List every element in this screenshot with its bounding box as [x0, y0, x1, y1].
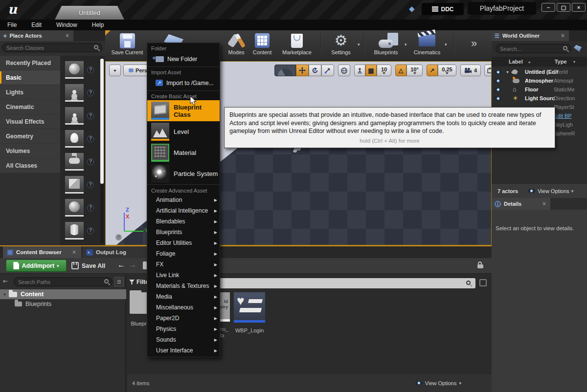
label-column-header[interactable]: Label	[509, 59, 523, 65]
content-browser-tab[interactable]: Content Browser ×	[3, 246, 81, 258]
placeable-item[interactable]: ?	[65, 219, 105, 242]
surface-snap-button[interactable]	[354, 65, 365, 76]
menu-item-blueprint-class[interactable]: Blueprint Class	[147, 100, 220, 121]
search-paths-input[interactable]	[14, 277, 113, 286]
level-tab[interactable]: Untitled	[55, 6, 124, 20]
menu-edit[interactable]: Edit	[24, 22, 49, 28]
outliner-row-lightsource[interactable]: ☀ Light Sourc Direction	[492, 94, 587, 103]
save-current-button[interactable]: Save Current	[109, 32, 145, 55]
menu-item-new-folder[interactable]: + New Folder	[147, 52, 220, 65]
type-filter-icon[interactable]: ▼	[573, 60, 576, 64]
menu-item-foliage[interactable]: Foliage▶	[147, 248, 220, 259]
camera-speed-gauge-icon[interactable]	[274, 65, 296, 76]
cb-view-options-button[interactable]: View Options ▾	[415, 380, 461, 386]
category-visual-effects[interactable]: Visual Effects	[0, 114, 60, 129]
edit-bp-link[interactable]: Edit BP	[554, 113, 572, 119]
visibility-eye-icon[interactable]	[495, 96, 502, 101]
output-log-tab[interactable]: >_ Output Log	[82, 246, 151, 258]
menu-file[interactable]: File	[0, 22, 24, 28]
close-icon[interactable]: ×	[541, 200, 547, 207]
scale-snap-value-button[interactable]: 0,25	[438, 65, 456, 76]
ddc-button[interactable]: DDC	[422, 3, 464, 15]
scale-snap-button[interactable]: ↗	[427, 65, 438, 76]
scrollbar-thumb[interactable]	[100, 59, 104, 184]
add-import-button[interactable]: Add/Import ▾	[6, 260, 67, 272]
rotate-tool-button[interactable]	[309, 65, 321, 76]
menu-item-blueprints[interactable]: Blueprints▶	[147, 227, 220, 238]
tree-item-content[interactable]: ▼ Content	[0, 289, 126, 299]
menu-item-miscellaneous[interactable]: Miscellaneous▶	[147, 302, 220, 313]
viewport-options-button[interactable]	[109, 65, 121, 76]
toolbar-overflow-icon[interactable]: »	[471, 37, 477, 50]
move-tool-button[interactable]	[296, 65, 309, 76]
dropdown-icon[interactable]: ▾	[445, 42, 447, 47]
category-all-classes[interactable]: All Classes	[0, 158, 60, 173]
asset-wbp-login[interactable]: ♥ WBP_Login	[234, 292, 265, 337]
save-search-icon[interactable]	[479, 279, 487, 286]
menu-item-blendables[interactable]: Blendables▶	[147, 216, 220, 227]
world-local-toggle-button[interactable]	[338, 65, 350, 76]
menu-item-level[interactable]: Level	[147, 121, 220, 142]
rotation-snap-value-button[interactable]: 10°	[406, 65, 423, 76]
close-icon[interactable]: ×	[71, 249, 77, 256]
help-badge-icon[interactable]: ?	[87, 112, 94, 119]
menu-item-fx[interactable]: FX▶	[147, 259, 220, 270]
help-badge-icon[interactable]: ?	[87, 158, 94, 165]
menu-item-animation[interactable]: Animation▶	[147, 195, 220, 205]
outliner-row-floor[interactable]: ⌂ Floor StaticMe	[492, 85, 587, 94]
lock-icon[interactable]	[477, 261, 483, 268]
save-all-button[interactable]: Save All	[71, 260, 105, 272]
grid-snap-button[interactable]: ▦	[365, 65, 377, 76]
menu-item-media[interactable]: Media▶	[147, 291, 220, 302]
tree-item-blueprints[interactable]: Blueprints	[0, 299, 126, 308]
maximize-viewport-button[interactable]	[484, 65, 492, 76]
marketplace-button[interactable]: Marketplace	[277, 32, 316, 55]
placeable-item[interactable]: ?	[65, 104, 105, 127]
help-badge-icon[interactable]: ?	[87, 181, 94, 188]
close-button[interactable]: ×	[572, 3, 586, 12]
search-classes-input[interactable]	[2, 43, 102, 52]
menu-item-live-link[interactable]: Live Link▶	[147, 270, 220, 281]
world-outliner-tab[interactable]: ☰ World Outliner ×	[492, 30, 569, 41]
outliner-filter-icon[interactable]	[574, 45, 582, 52]
category-geometry[interactable]: Geometry	[0, 129, 60, 144]
close-icon[interactable]: ×	[560, 32, 566, 39]
help-badge-icon[interactable]: ?	[87, 135, 94, 142]
category-recently-placed[interactable]: Recently Placed	[0, 56, 60, 70]
outliner-view-options-button[interactable]: View Options	[538, 188, 569, 194]
grid-snap-value-button[interactable]: 10	[377, 65, 391, 76]
menu-item-user-interface[interactable]: User Interface▶	[147, 345, 220, 356]
rotation-snap-button[interactable]: △	[395, 65, 406, 76]
menu-item-material[interactable]: Material	[147, 142, 220, 163]
menu-item-materials-textures[interactable]: Materials & Textures▶	[147, 281, 220, 291]
dropdown-icon[interactable]: ▾	[405, 42, 407, 47]
settings-button[interactable]: ⚙ Settings	[325, 32, 357, 55]
menu-item-artificial-intelligence[interactable]: Artificial Intelligence▶	[147, 205, 220, 216]
visibility-eye-icon[interactable]	[495, 70, 502, 74]
category-lights[interactable]: Lights	[0, 85, 60, 100]
outliner-row-atmosphericfog[interactable]: Atmospher Atmospl	[492, 76, 587, 85]
view-list-icon[interactable]: ☰	[114, 277, 124, 286]
maximize-button[interactable]: ▢	[557, 3, 570, 12]
menu-item-sounds[interactable]: Sounds▶	[147, 334, 220, 345]
minimize-button[interactable]: –	[542, 3, 555, 12]
camera-speed-button[interactable]: 4	[460, 65, 481, 76]
sort-asc-icon[interactable]: ▲	[528, 60, 531, 64]
menu-help[interactable]: Help	[85, 22, 112, 28]
menu-item-paper2d[interactable]: Paper2D▶	[147, 313, 220, 324]
placeable-item[interactable]: ?	[65, 58, 105, 81]
help-badge-icon[interactable]: ?	[87, 66, 94, 73]
scale-tool-button[interactable]	[321, 65, 334, 76]
details-tab[interactable]: i Details ×	[492, 198, 550, 210]
outliner-row-world[interactable]: ▼ Untitled (Edit World	[492, 67, 587, 76]
menu-item-editor-utilities[interactable]: Editor Utilities▶	[147, 238, 220, 248]
expander-icon[interactable]: ▼	[506, 70, 509, 74]
menu-item-import[interactable]: ↗ Import to /Game...	[147, 76, 220, 89]
menu-item-particle-system[interactable]: Particle System	[147, 163, 220, 184]
placeable-item[interactable]: ?	[65, 150, 105, 173]
placeable-item[interactable]: ?	[65, 81, 105, 104]
visibility-eye-icon[interactable]	[495, 87, 502, 92]
help-badge-icon[interactable]: ?	[87, 204, 94, 211]
category-basic[interactable]: Basic	[0, 70, 60, 85]
content-button[interactable]: Content	[248, 32, 276, 55]
